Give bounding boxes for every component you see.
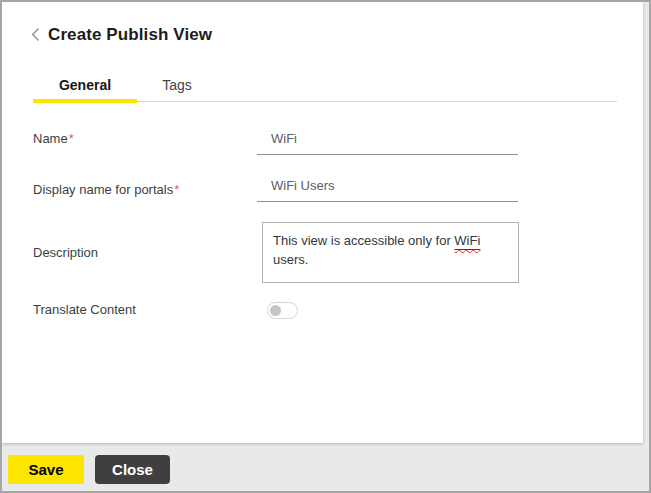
misspelled-word: WiFi — [454, 233, 480, 248]
back-button[interactable] — [26, 24, 44, 44]
display-name-input[interactable] — [257, 175, 518, 202]
required-asterisk: * — [174, 182, 179, 197]
tab-tags-label: Tags — [162, 77, 192, 93]
description-label: Description — [33, 245, 98, 261]
description-textarea[interactable]: This view is accessible only for WiFi us… — [262, 222, 519, 283]
close-button-label: Close — [112, 461, 153, 478]
tab-bar: General Tags — [33, 68, 617, 102]
name-input[interactable] — [257, 128, 518, 155]
page-title: Create Publish View — [48, 25, 212, 44]
save-button[interactable]: Save — [8, 455, 84, 484]
chevron-left-icon — [31, 27, 40, 42]
form-panel: Create Publish View General Tags Name* D… — [2, 2, 643, 443]
toggle-knob — [270, 305, 281, 316]
translate-content-label: Translate Content — [33, 302, 136, 318]
save-button-label: Save — [28, 461, 63, 478]
create-publish-view-dialog: Create Publish View General Tags Name* D… — [0, 0, 651, 493]
active-tab-indicator — [33, 99, 137, 103]
close-button[interactable]: Close — [95, 455, 170, 484]
description-text-after: users. — [273, 252, 308, 267]
display-name-label: Display name for portals* — [33, 182, 179, 198]
required-asterisk: * — [69, 131, 74, 146]
tab-general[interactable]: General — [33, 68, 137, 102]
tab-tags[interactable]: Tags — [137, 68, 217, 102]
translate-toggle[interactable] — [267, 302, 298, 319]
name-label: Name* — [33, 131, 74, 147]
tab-general-label: General — [59, 77, 111, 93]
description-text-before: This view is accessible only for — [273, 233, 454, 248]
